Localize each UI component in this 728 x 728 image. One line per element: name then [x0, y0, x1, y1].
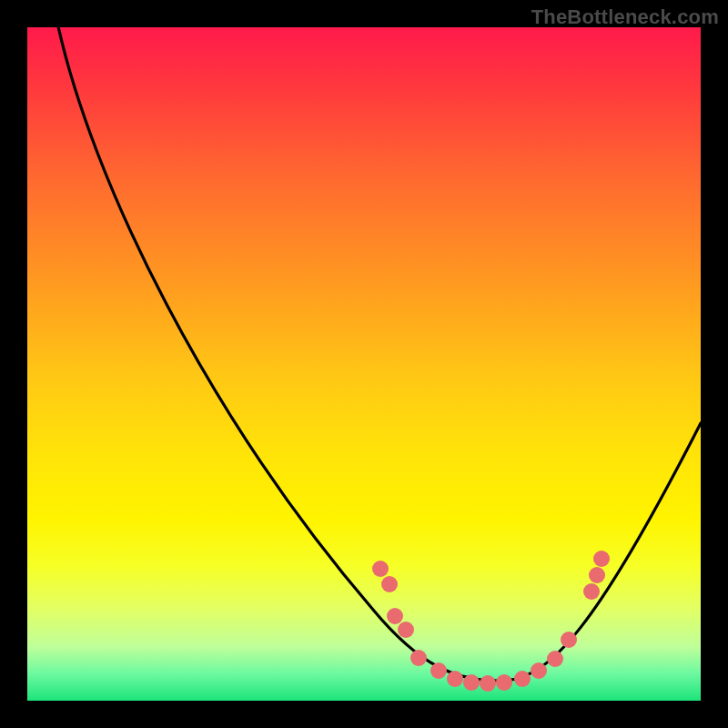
marker-dot [387, 608, 403, 624]
marker-dot [430, 662, 447, 679]
marker-dot [496, 674, 512, 691]
marker-dot [547, 651, 563, 667]
marker-dot [561, 632, 577, 648]
marker-dot [531, 662, 547, 679]
marker-dot [593, 551, 610, 567]
marker-dot [398, 622, 414, 638]
marker-dot [381, 576, 398, 592]
marker-dot [372, 561, 389, 577]
marker-dot [447, 671, 463, 687]
curve-markers [372, 551, 610, 692]
marker-dot [514, 671, 531, 687]
marker-dot [589, 567, 605, 583]
marker-dot [410, 650, 427, 666]
chart-plot-area [27, 27, 701, 701]
watermark-text: TheBottleneck.com [531, 5, 719, 29]
chart-svg [27, 27, 701, 701]
marker-dot [583, 583, 600, 600]
curve-line [56, 27, 701, 681]
marker-dot [480, 675, 496, 692]
marker-dot [463, 674, 480, 691]
